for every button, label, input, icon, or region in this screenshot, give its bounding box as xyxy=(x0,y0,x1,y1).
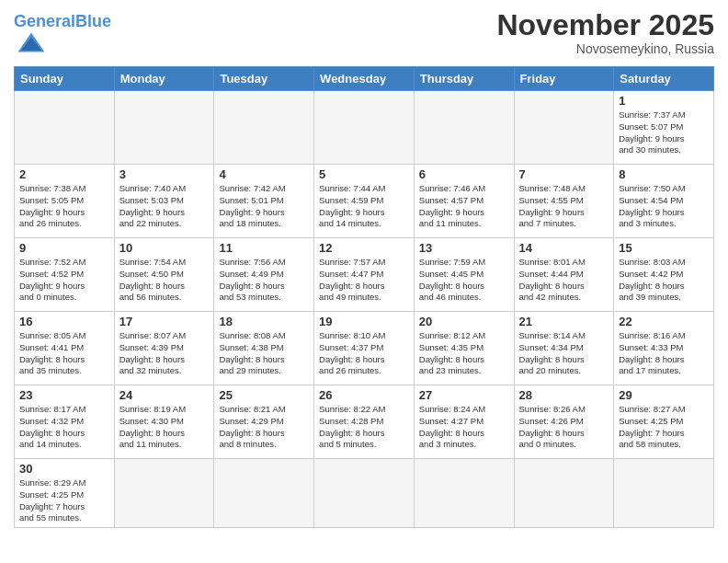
empty-cell xyxy=(314,91,415,165)
logo-text: GeneralBlue xyxy=(14,13,111,59)
day-22: 22 Sunrise: 8:16 AM Sunset: 4:33 PM Dayl… xyxy=(614,312,714,385)
header-friday: Friday xyxy=(514,67,614,91)
header-wednesday: Wednesday xyxy=(314,67,415,91)
header-tuesday: Tuesday xyxy=(214,67,314,91)
empty-cell xyxy=(514,91,614,165)
empty-cell xyxy=(414,91,514,165)
calendar-row-4: 16 Sunrise: 8:05 AM Sunset: 4:41 PM Dayl… xyxy=(15,312,714,385)
day-14: 14 Sunrise: 8:01 AM Sunset: 4:44 PM Dayl… xyxy=(514,238,614,312)
header-saturday: Saturday xyxy=(614,67,714,91)
empty-cell xyxy=(514,459,614,528)
logo-icon xyxy=(17,29,46,55)
header-monday: Monday xyxy=(114,67,214,91)
empty-cell xyxy=(114,91,214,165)
weekday-header-row: Sunday Monday Tuesday Wednesday Thursday… xyxy=(15,67,714,91)
day-26: 26 Sunrise: 8:22 AM Sunset: 4:28 PM Dayl… xyxy=(314,385,415,459)
empty-cell xyxy=(114,459,214,528)
calendar-row-5: 23 Sunrise: 8:17 AM Sunset: 4:32 PM Dayl… xyxy=(15,385,714,459)
day-5: 5 Sunrise: 7:44 AM Sunset: 4:59 PM Dayli… xyxy=(314,165,415,238)
day-23: 23 Sunrise: 8:17 AM Sunset: 4:32 PM Dayl… xyxy=(15,385,115,459)
day-21: 21 Sunrise: 8:14 AM Sunset: 4:34 PM Dayl… xyxy=(514,312,614,385)
day-18: 18 Sunrise: 8:08 AM Sunset: 4:38 PM Dayl… xyxy=(214,312,314,385)
empty-cell xyxy=(15,91,115,165)
page: GeneralBlue November 2025 Novosemeykino,… xyxy=(0,0,728,563)
month-title: November 2025 xyxy=(496,9,714,41)
day-1: 1 Sunrise: 7:37 AM Sunset: 5:07 PM Dayli… xyxy=(614,91,714,165)
header-thursday: Thursday xyxy=(414,67,514,91)
location: Novosemeykino, Russia xyxy=(496,41,714,56)
day-27: 27 Sunrise: 8:24 AM Sunset: 4:27 PM Dayl… xyxy=(414,385,514,459)
day-2: 2 Sunrise: 7:38 AM Sunset: 5:05 PM Dayli… xyxy=(15,165,115,238)
day-30: 30 Sunrise: 8:29 AM Sunset: 4:25 PM Dayl… xyxy=(15,459,115,528)
day-8: 8 Sunrise: 7:50 AM Sunset: 4:54 PM Dayli… xyxy=(614,165,714,238)
calendar: Sunday Monday Tuesday Wednesday Thursday… xyxy=(14,66,714,528)
day-20: 20 Sunrise: 8:12 AM Sunset: 4:35 PM Dayl… xyxy=(414,312,514,385)
empty-cell xyxy=(214,459,314,528)
empty-cell xyxy=(314,459,415,528)
day-17: 17 Sunrise: 8:07 AM Sunset: 4:39 PM Dayl… xyxy=(114,312,214,385)
calendar-row-6: 30 Sunrise: 8:29 AM Sunset: 4:25 PM Dayl… xyxy=(15,459,714,528)
calendar-row-2: 2 Sunrise: 7:38 AM Sunset: 5:05 PM Dayli… xyxy=(15,165,714,238)
day-3: 3 Sunrise: 7:40 AM Sunset: 5:03 PM Dayli… xyxy=(114,165,214,238)
day-29: 29 Sunrise: 8:27 AM Sunset: 4:25 PM Dayl… xyxy=(614,385,714,459)
header-sunday: Sunday xyxy=(15,67,115,91)
day-13: 13 Sunrise: 7:59 AM Sunset: 4:45 PM Dayl… xyxy=(414,238,514,312)
empty-cell xyxy=(614,459,714,528)
day-25: 25 Sunrise: 8:21 AM Sunset: 4:29 PM Dayl… xyxy=(214,385,314,459)
day-15: 15 Sunrise: 8:03 AM Sunset: 4:42 PM Dayl… xyxy=(614,238,714,312)
day-10: 10 Sunrise: 7:54 AM Sunset: 4:50 PM Dayl… xyxy=(114,238,214,312)
day-19: 19 Sunrise: 8:10 AM Sunset: 4:37 PM Dayl… xyxy=(314,312,415,385)
day-4: 4 Sunrise: 7:42 AM Sunset: 5:01 PM Dayli… xyxy=(214,165,314,238)
title-area: November 2025 Novosemeykino, Russia xyxy=(496,9,714,56)
calendar-row-3: 9 Sunrise: 7:52 AM Sunset: 4:52 PM Dayli… xyxy=(15,238,714,312)
logo-blue: Blue xyxy=(75,12,111,30)
logo: GeneralBlue xyxy=(14,13,111,59)
day-9: 9 Sunrise: 7:52 AM Sunset: 4:52 PM Dayli… xyxy=(15,238,115,312)
day-24: 24 Sunrise: 8:19 AM Sunset: 4:30 PM Dayl… xyxy=(114,385,214,459)
empty-cell xyxy=(414,459,514,528)
logo-general: General xyxy=(14,12,75,30)
day-12: 12 Sunrise: 7:57 AM Sunset: 4:47 PM Dayl… xyxy=(314,238,415,312)
day-28: 28 Sunrise: 8:26 AM Sunset: 4:26 PM Dayl… xyxy=(514,385,614,459)
day-7: 7 Sunrise: 7:48 AM Sunset: 4:55 PM Dayli… xyxy=(514,165,614,238)
day-11: 11 Sunrise: 7:56 AM Sunset: 4:49 PM Dayl… xyxy=(214,238,314,312)
calendar-row-1: 1 Sunrise: 7:37 AM Sunset: 5:07 PM Dayli… xyxy=(15,91,714,165)
header: GeneralBlue November 2025 Novosemeykino,… xyxy=(14,9,714,59)
empty-cell xyxy=(214,91,314,165)
day-16: 16 Sunrise: 8:05 AM Sunset: 4:41 PM Dayl… xyxy=(15,312,115,385)
day-6: 6 Sunrise: 7:46 AM Sunset: 4:57 PM Dayli… xyxy=(414,165,514,238)
